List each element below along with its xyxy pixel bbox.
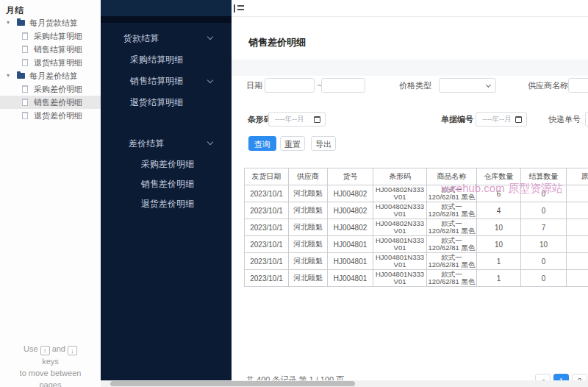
table-cell: HJ004802 [328,219,373,236]
date-to-input[interactable] [321,78,365,93]
keyboard-hint: Use ↑ and ↓ keys to move between pages [0,343,101,387]
table-header-cell: 条形码 [373,168,427,185]
tree-item-7[interactable]: 销售差价明细 [0,96,101,109]
table-cell: 0 [521,202,567,219]
app-root: 月结 ▾每月货款结算采购结算明细销售结算明细退货结算明细▾每月差价结算采购差价明… [0,0,588,387]
calendar-icon[interactable] [515,116,522,123]
nav-item-8[interactable]: 退货差价明细 [101,194,232,214]
date-label: 日期 [246,78,262,93]
table-cell: HJ004801 [328,236,373,253]
table-cell: 河北颐魁 [289,185,328,202]
table-cell: HJ004801 [328,253,373,270]
file-icon [22,32,28,40]
table-header-cell: 仓库数量 [477,168,521,185]
table-row: 2023/10/1河北颐魁HJ004802HJ004802N333V01款式一1… [245,202,588,219]
hint-line-1: Use ↑ and ↓ [0,343,101,355]
table-cell: 2023/10/1 [245,270,289,287]
table-cell: 款式一120/62/81 黑色 [427,219,477,236]
table-cell: 款式一120/62/81 黑色 [427,253,477,270]
pages-sidebar: 月结 ▾每月货款结算采购结算明细销售结算明细退货结算明细▾每月差价结算采购差价明… [0,0,101,387]
tree-item-1[interactable]: ▾每月货款结算 [0,16,101,29]
table-row: 2023/10/1河北颐魁HJ004801HJ004801N333V01款式一1… [245,236,588,253]
arrow-up-key-icon: ↑ [40,346,50,355]
nav-item-5[interactable]: 差价结算 [101,132,232,155]
doc-no-month-input[interactable]: ----年--月 [476,112,527,127]
table-cell: 10 [477,236,521,253]
form-section-band [232,60,588,76]
tree-item-2[interactable]: 采购结算明细 [0,29,101,43]
table-header-row: 发货日期供应商货号条形码商品名称仓库数量结算数量原结 [245,168,588,185]
query-button[interactable]: 查询 [248,136,276,151]
table-cell: 款式一120/62/81 黑色 [427,202,477,219]
page-title: 销售差价明细 [248,36,306,49]
tree-item-label: 每月货款结算 [0,16,101,29]
table-cell [567,253,588,270]
table-cell: 10 [477,219,521,236]
tree-item-label: 采购差价明细 [0,82,101,96]
hint-line-2: keys [0,355,101,367]
table-cell: HJ004801N333V01 [373,270,427,287]
table-row: 2023/10/1河北颐魁HJ004802HJ004802N333V01款式一1… [245,219,588,236]
table-cell: 0 [521,185,567,202]
nav-item-3[interactable]: 销售结算明细 [101,71,232,92]
tree-expand-icon[interactable]: ▾ [7,69,10,82]
table-cell [567,236,588,253]
table-cell [567,219,588,236]
tree-item-5[interactable]: ▾每月差价结算 [0,69,101,82]
file-icon [22,59,28,66]
table-header-cell: 原结 [567,168,588,185]
reset-button[interactable]: 重置 [280,136,305,151]
table-cell: 河北颐魁 [289,253,328,270]
table-cell [567,185,588,202]
table-row: 2023/10/1河北颐魁HJ004801HJ004801N333V01款式一1… [245,270,588,287]
nav-item-1[interactable]: 货款结算 [101,27,232,49]
pages-tree: ▾每月货款结算采购结算明细销售结算明细退货结算明细▾每月差价结算采购差价明细销售… [0,16,101,122]
table-cell [567,202,588,219]
nav-header [101,0,232,16]
supplier-name-label: 供应商名称 [528,78,568,93]
horizontal-scrollbar-thumb[interactable] [110,381,355,386]
tree-item-3[interactable]: 销售结算明细 [0,43,101,56]
express-no-label: 快递单号 [548,112,581,127]
table-header-cell: 货号 [328,168,373,185]
table-cell: 2023/10/1 [245,202,289,219]
nav-item-7[interactable]: 销售差价明细 [101,174,232,194]
horizontal-scrollbar-track[interactable] [101,380,588,387]
table-cell: 2023/10/1 [245,219,289,236]
nav-item-4[interactable]: 退货结算明细 [101,92,232,113]
date-from-input[interactable] [265,78,315,93]
chevron-down-icon [486,82,491,88]
table-cell: 款式一120/62/81 黑色 [427,236,477,253]
tree-item-8[interactable]: 退货差价明细 [0,109,101,122]
hint-word-use: Use [24,344,38,353]
table-cell: 2023/10/1 [245,236,289,253]
tree-item-6[interactable]: 采购差价明细 [0,82,101,96]
nav-item-2[interactable]: 采购结算明细 [101,49,232,71]
table-cell: 河北颐魁 [289,270,328,287]
main-nav: 货款结算采购结算明细销售结算明细退货结算明细差价结算采购差价明细销售差价明细退货… [101,0,232,387]
collapse-menu-icon[interactable] [234,4,244,13]
nav-item-6[interactable]: 采购差价明细 [101,155,232,174]
month-placeholder: ----年--月 [482,115,512,123]
table-cell: HJ004801N333V01 [373,236,427,253]
tree-item-label: 退货差价明细 [0,109,101,122]
nav-header-divider [101,16,232,23]
tree-item-4[interactable]: 退货结算明细 [0,56,101,69]
table-cell: 6 [477,185,521,202]
table-cell: 10 [521,236,567,253]
price-type-select[interactable] [439,78,496,93]
table-cell: 4 [477,202,521,219]
hint-line-4: pages [0,379,101,387]
month-placeholder: ----年--月 [275,115,304,123]
supplier-name-input[interactable] [568,78,588,93]
chevron-down-icon [207,77,213,82]
table-cell [567,270,588,287]
barcode-month-input[interactable]: ----年--月 [268,112,326,127]
express-month-input[interactable]: ----年--月 [585,112,588,127]
export-button[interactable]: 导出 [311,136,336,151]
calendar-icon[interactable] [314,116,320,123]
nav-menu: 货款结算采购结算明细销售结算明细退货结算明细差价结算采购差价明细销售差价明细退货… [101,23,232,214]
table-cell: 河北颐魁 [289,236,328,253]
tree-expand-icon[interactable]: ▾ [7,16,10,29]
table-header-cell: 供应商 [289,168,328,185]
